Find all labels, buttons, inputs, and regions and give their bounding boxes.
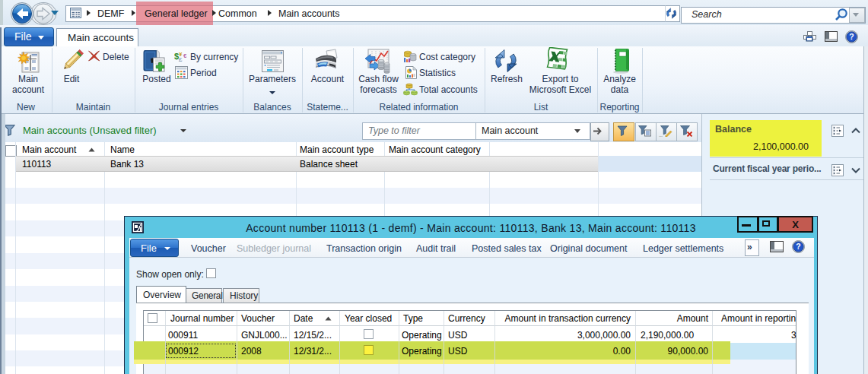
svg-text:...: ... — [659, 133, 663, 137]
svg-text:€: € — [183, 52, 187, 59]
svg-text:?: ? — [849, 32, 854, 41]
svg-text:?: ? — [796, 242, 800, 251]
svg-text:£: £ — [179, 56, 183, 62]
